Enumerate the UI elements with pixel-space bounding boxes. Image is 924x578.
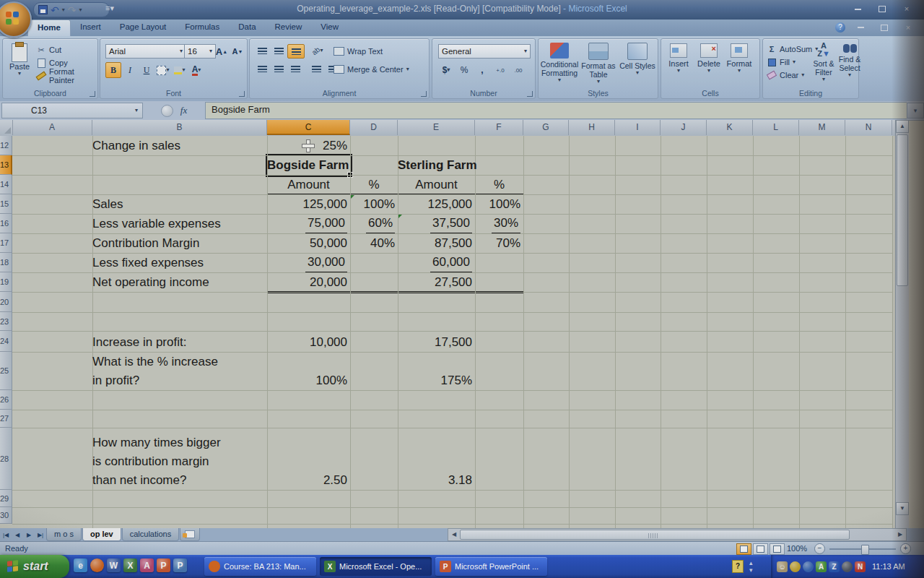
- column-header-N[interactable]: N: [845, 120, 892, 135]
- insert-worksheet-tab[interactable]: [180, 528, 200, 541]
- prev-sheet-icon[interactable]: ◀: [12, 528, 23, 541]
- next-sheet-icon[interactable]: ▶: [23, 528, 35, 541]
- cell-C19[interactable]: 20,000: [267, 272, 350, 292]
- column-header-G[interactable]: G: [523, 120, 569, 135]
- cell-D15[interactable]: 100%: [350, 194, 398, 214]
- italic-button[interactable]: I: [122, 62, 138, 78]
- bottom-align-button[interactable]: [287, 44, 305, 59]
- accounting-format-button[interactable]: $▾: [438, 62, 454, 78]
- task-button-powerpoint[interactable]: PMicrosoft PowerPoint ...: [435, 557, 547, 576]
- ribbon-tab-page-layout[interactable]: Page Layout: [110, 20, 176, 36]
- row-header-15[interactable]: 15: [0, 194, 12, 214]
- task-button-firefox[interactable]: Course: BA 213: Man...: [204, 557, 316, 576]
- align-left-button[interactable]: [254, 62, 270, 75]
- sheet-grid[interactable]: 1213141516171819202324252627282930Change…: [0, 136, 895, 528]
- insert-function-icon[interactable]: fx: [180, 105, 187, 116]
- number-format-select[interactable]: General▾: [438, 44, 531, 59]
- column-header-A[interactable]: A: [12, 120, 92, 135]
- cell-C24[interactable]: 10,000: [267, 331, 350, 352]
- top-align-button[interactable]: [254, 44, 270, 57]
- row-header-26[interactable]: 26: [0, 390, 12, 410]
- cell-E28[interactable]: 3.18: [398, 428, 475, 490]
- first-sheet-icon[interactable]: |◀: [0, 528, 12, 541]
- cell-F17[interactable]: 70%: [475, 233, 523, 253]
- row-header-28[interactable]: 28: [0, 428, 12, 490]
- last-sheet-icon[interactable]: ▶|: [35, 528, 46, 541]
- row-header-19[interactable]: 19: [0, 272, 12, 292]
- row-header-25[interactable]: 25: [0, 352, 12, 390]
- merge-center-button[interactable]: Merge & Center ▾: [334, 63, 409, 76]
- ribbon-tab-view[interactable]: View: [311, 20, 348, 36]
- cell-E18[interactable]: 60,000: [398, 253, 475, 272]
- format-painter-button[interactable]: Format Painter: [36, 69, 97, 82]
- font-name-select[interactable]: Arial▾: [105, 44, 186, 59]
- decrease-indent-button[interactable]: [308, 62, 324, 75]
- font-size-select[interactable]: 16▾: [184, 44, 216, 59]
- scroll-right-icon[interactable]: ▶: [895, 530, 905, 540]
- grow-font-button[interactable]: A▲: [214, 43, 230, 59]
- cell-E24[interactable]: 17,500: [398, 331, 475, 352]
- insert-cells-button[interactable]: Insert▾: [664, 43, 693, 74]
- horizontal-scroll-thumb[interactable]: [460, 530, 850, 540]
- cell-C16[interactable]: 75,000: [267, 214, 350, 233]
- cell-C15[interactable]: 125,000: [267, 194, 350, 214]
- column-header-C[interactable]: C: [267, 120, 350, 135]
- vertical-scrollbar[interactable]: ▲ ▼: [895, 120, 909, 528]
- row-header-23[interactable]: 23: [0, 312, 12, 331]
- zone-icon[interactable]: Z: [829, 561, 840, 572]
- volume-icon[interactable]: [842, 561, 853, 572]
- borders-button[interactable]: ▾: [155, 62, 171, 78]
- column-header-D[interactable]: D: [350, 120, 398, 135]
- comma-style-button[interactable]: ,: [474, 62, 490, 78]
- workbook-restore-button[interactable]: [876, 23, 893, 33]
- expand-formula-bar-icon[interactable]: ▾: [907, 103, 924, 118]
- underline-button[interactable]: U: [139, 62, 154, 78]
- restore-button[interactable]: [873, 4, 891, 14]
- percent-style-button[interactable]: %: [456, 62, 472, 78]
- task-button-excel[interactable]: XMicrosoft Excel - Ope...: [320, 557, 432, 576]
- row-header-17[interactable]: 17: [0, 233, 12, 253]
- cell-B25[interactable]: What is the % increase in profit?: [92, 352, 267, 390]
- cell-B17[interactable]: Contribution Margin: [92, 233, 267, 253]
- fill-button[interactable]: Fill▾: [767, 56, 818, 69]
- clipboard-dialog-launcher-icon[interactable]: [90, 91, 95, 97]
- zoom-level[interactable]: 100%: [787, 544, 807, 553]
- cut-button[interactable]: ✂Cut: [36, 43, 97, 56]
- name-box-dropdown-icon[interactable]: ▾: [135, 108, 138, 113]
- workbook-minimize-button[interactable]: [852, 23, 869, 33]
- sort-filter-button[interactable]: AZ▼ Sort & Filter▾: [812, 42, 835, 82]
- autosum-button[interactable]: ΣAutoSum▾: [767, 43, 818, 56]
- cell-B15[interactable]: Sales: [92, 194, 267, 214]
- cell-C14[interactable]: Amount: [267, 175, 350, 194]
- close-button[interactable]: ×: [898, 4, 915, 14]
- column-header-I[interactable]: I: [615, 120, 661, 135]
- cell-F15[interactable]: 100%: [475, 194, 523, 214]
- collapse-chevron-icon[interactable]: ▴▾: [749, 559, 753, 574]
- zoom-slider-thumb[interactable]: [861, 545, 869, 555]
- word-icon[interactable]: W: [107, 558, 121, 572]
- cell-E17[interactable]: 87,500: [398, 233, 475, 253]
- firefox-icon[interactable]: [90, 558, 104, 572]
- formula-bar-button[interactable]: [161, 105, 173, 117]
- align-center-button[interactable]: [271, 62, 287, 75]
- cell-B16[interactable]: Less variable expenses: [92, 214, 267, 233]
- column-header-E[interactable]: E: [398, 120, 475, 135]
- normal-view-button[interactable]: [736, 543, 751, 555]
- column-header-K[interactable]: K: [707, 120, 753, 135]
- column-header-J[interactable]: J: [661, 120, 707, 135]
- updates-icon[interactable]: [790, 561, 801, 572]
- clear-button[interactable]: Clear▾: [767, 69, 818, 82]
- cell-C18[interactable]: 30,000: [267, 253, 350, 272]
- ribbon-tab-review[interactable]: Review: [266, 20, 312, 36]
- fill-color-button[interactable]: ▾: [172, 62, 188, 78]
- scroll-down-icon[interactable]: ▼: [896, 502, 909, 515]
- cell-F14[interactable]: %: [475, 175, 523, 194]
- name-box[interactable]: C13▾: [1, 103, 143, 118]
- zoom-out-icon[interactable]: −: [814, 543, 825, 554]
- cell-B12[interactable]: Change in sales: [92, 136, 267, 155]
- decrease-decimal-button[interactable]: .00: [510, 62, 526, 78]
- row-header-13[interactable]: 13: [0, 155, 12, 175]
- formula-input[interactable]: Bogside Farm: [205, 102, 907, 119]
- select-all-corner[interactable]: [0, 120, 13, 135]
- find-select-button[interactable]: Find & Select▾: [838, 42, 861, 82]
